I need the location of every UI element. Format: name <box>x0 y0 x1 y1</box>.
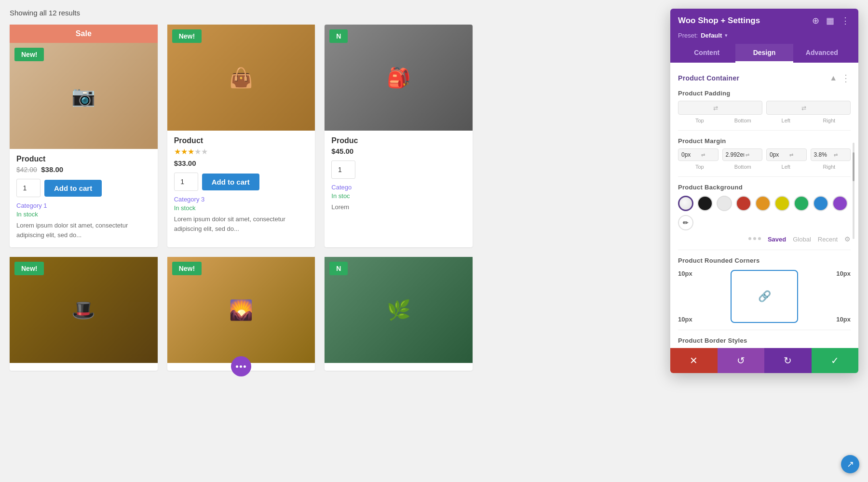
color-settings-icon[interactable]: ⚙ <box>844 235 851 243</box>
purple-dot-button[interactable] <box>231 356 251 376</box>
category-link-2[interactable]: Category 3 <box>174 196 309 203</box>
color-swatch-green[interactable] <box>794 196 809 211</box>
padding-top-link-icon[interactable]: ⇄ <box>713 105 718 111</box>
padding-top-input[interactable] <box>682 104 711 111</box>
corner-top-right-val: 10px <box>836 270 851 277</box>
undo-button[interactable]: ↺ <box>718 348 765 373</box>
background-section: Product Background ✏ Saved Global Rec <box>678 184 851 243</box>
desc-2: Lorem ipsum dolor sit amet, consectetur … <box>174 214 309 233</box>
color-swatch-lightgray[interactable] <box>717 196 732 211</box>
margin-bottom-input[interactable] <box>726 151 744 158</box>
price-old-1: $42.00 <box>16 166 37 174</box>
cancel-button[interactable]: ✕ <box>670 348 718 373</box>
qty-input-1[interactable] <box>16 179 41 197</box>
new-badge-3: N <box>329 29 348 43</box>
section-collapse-btn[interactable]: ▲ <box>829 74 837 82</box>
floating-scroll-btn[interactable]: ↗ <box>841 455 859 473</box>
color-swatch-pencil[interactable]: ✏ <box>678 215 693 230</box>
padding-bottom-link-icon[interactable]: ⇄ <box>801 105 806 111</box>
corner-top-left-val: 10px <box>678 270 692 277</box>
tab-design[interactable]: Design <box>735 44 793 63</box>
qty-input-2[interactable] <box>174 173 198 191</box>
preset-value: Default <box>701 32 722 39</box>
padding-bottom-field: ⇄ <box>766 101 851 115</box>
preset-row: Preset: Default ▾ <box>678 32 851 39</box>
products-grid-row2: 🎩 New! 🌄 New! 🌿 N <box>10 257 473 371</box>
margin-left-link-icon[interactable]: ⇄ <box>789 152 793 158</box>
padding-left-label: Left <box>764 118 808 123</box>
margin-top-input[interactable] <box>681 151 700 158</box>
color-tabs: Saved Global Recent ⚙ <box>678 235 851 243</box>
stock-1: In stock <box>16 211 151 218</box>
background-label: Product Background <box>678 184 851 191</box>
tab-content[interactable]: Content <box>678 44 735 63</box>
color-swatch-purple[interactable] <box>832 196 848 211</box>
section-header: Product Container ▲ ⋮ <box>678 72 851 84</box>
qty-input-3[interactable] <box>331 161 355 179</box>
margin-top-field: ⇄ <box>678 148 719 161</box>
stock-3: In stoc <box>331 192 466 200</box>
margin-section: Product Margin ⇄ ⇄ ⇄ ⇄ <box>678 137 851 170</box>
save-button[interactable]: ✓ <box>812 348 859 373</box>
border-section: Product Border Styles <box>678 337 851 344</box>
focus-icon-btn[interactable]: ⊕ <box>811 14 820 27</box>
tab-advanced[interactable]: Advanced <box>793 44 851 63</box>
product-title-1: Product <box>16 155 151 163</box>
color-swatch-yellow[interactable] <box>774 196 790 211</box>
panel-tabs: Content Design Advanced <box>678 44 851 63</box>
margin-bottom-link-icon[interactable]: ⇄ <box>746 152 749 158</box>
color-tab-global[interactable]: Global <box>793 236 811 243</box>
margin-top-link-icon[interactable]: ⇄ <box>701 152 705 158</box>
margin-left-input[interactable] <box>770 151 788 158</box>
new-badge-5: New! <box>172 262 202 275</box>
product-body-3: Produc $45.00 Catego In stoc Lorem <box>325 131 473 212</box>
scroll-indicator <box>853 143 854 239</box>
color-tab-saved[interactable]: Saved <box>768 236 786 243</box>
cart-row-3 <box>331 161 466 179</box>
grid-icon-btn[interactable]: ▦ <box>825 14 835 27</box>
price-new-1: $38.00 <box>41 165 63 174</box>
stars-2: ★★★★★ <box>174 147 309 156</box>
category-link-3[interactable]: Catego <box>331 184 466 191</box>
product-image-wrap-6: 🌿 N <box>325 257 473 363</box>
more-icon-btn[interactable]: ⋮ <box>840 14 851 27</box>
cart-row-1: Add to cart <box>16 179 151 197</box>
padding-fields-row1: ⇄ ⇄ <box>678 101 851 115</box>
section-actions: ▲ ⋮ <box>829 72 851 84</box>
panel-body: Product Container ▲ ⋮ Product Padding ⇄ … <box>670 63 858 348</box>
section-more-btn[interactable]: ⋮ <box>841 72 851 84</box>
corner-box[interactable]: 🔗 <box>731 270 798 323</box>
corner-bottom-right-val: 10px <box>836 316 851 323</box>
desc-3: Lorem <box>331 202 466 212</box>
more-swatches-dots <box>748 237 761 240</box>
product-body-2: Product ★★★★★ $33.00 Add to cart Categor… <box>167 131 315 233</box>
price-3: $45.00 <box>331 147 353 155</box>
category-link-1[interactable]: Category 1 <box>16 202 151 209</box>
margin-fields-row: ⇄ ⇄ ⇄ ⇄ <box>678 148 851 161</box>
product-card-2: 👜 New! Product ★★★★★ $33.00 Add to cart … <box>167 25 315 247</box>
divider-2 <box>678 176 851 177</box>
padding-bottom-input[interactable] <box>771 104 800 111</box>
divider-4 <box>678 330 851 330</box>
margin-right-link-icon[interactable]: ⇄ <box>834 152 838 158</box>
add-to-cart-btn-2[interactable]: Add to cart <box>202 174 259 190</box>
margin-right-input[interactable] <box>814 151 832 158</box>
color-swatch-red[interactable] <box>736 196 751 211</box>
rounded-corners-label: Product Rounded Corners <box>678 257 851 264</box>
sale-banner: Sale <box>10 25 158 43</box>
new-badge-1: New! <box>14 48 44 61</box>
three-dots-icon <box>236 365 246 368</box>
color-swatch-black[interactable] <box>697 196 713 211</box>
product-title-3: Produc <box>331 136 466 145</box>
color-tab-recent[interactable]: Recent <box>818 236 838 243</box>
add-to-cart-btn-1[interactable]: Add to cart <box>44 180 102 197</box>
padding-labels-row: Top Bottom Left Right <box>678 118 851 123</box>
margin-labels-row: Top Bottom Left Right <box>678 164 851 170</box>
panel-title-row: Woo Shop + Settings ⊕ ▦ ⋮ <box>678 14 851 27</box>
color-swatch-orange[interactable] <box>755 196 771 211</box>
color-swatch-blue[interactable] <box>813 196 828 211</box>
color-swatch-gradient[interactable] <box>678 196 693 211</box>
redo-button[interactable]: ↻ <box>764 348 812 373</box>
scroll-thumb <box>853 152 854 181</box>
margin-right-field: ⇄ <box>811 148 851 161</box>
